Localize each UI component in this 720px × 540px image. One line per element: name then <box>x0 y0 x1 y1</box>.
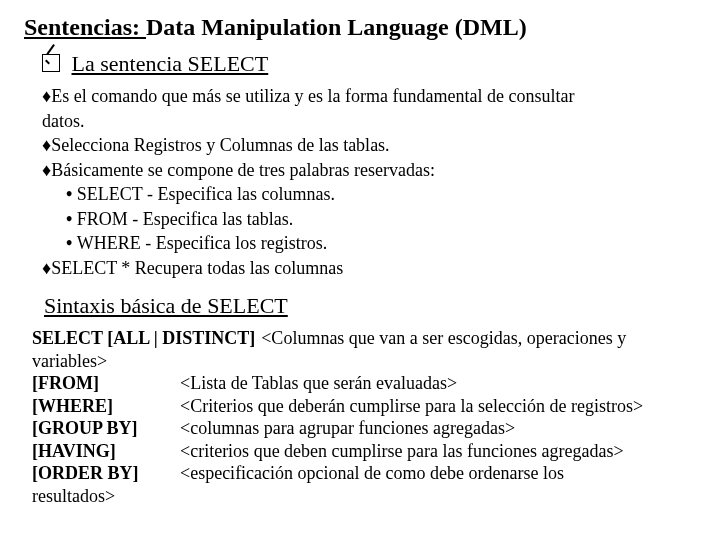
subheading-select: La sentencia SELECT <box>42 51 696 77</box>
checkbox-icon <box>42 54 60 72</box>
syntax-desc: <Columnas que van a ser escogidas, opera… <box>261 327 626 350</box>
syntax-block: SELECT [ALL | DISTINCT] <Columnas que va… <box>32 327 696 507</box>
syntax-line: SELECT [ALL | DISTINCT] <Columnas que va… <box>32 327 696 350</box>
sub-list-item: SELECT - Especifica las columnas. <box>66 183 696 206</box>
syntax-desc: <especificación opcional de como debe or… <box>180 462 564 485</box>
syntax-line: [ORDER BY] <especificación opcional de c… <box>32 462 696 485</box>
title-underlined: Sentencias: <box>24 14 146 40</box>
syntax-keyword: [FROM] <box>32 372 180 395</box>
syntax-line: [GROUP BY] <columnas para agrupar funcio… <box>32 417 696 440</box>
syntax-desc: <criterios que deben cumplirse para las … <box>180 440 624 463</box>
syntax-desc: <Lista de Tablas que serán evaluadas> <box>180 372 457 395</box>
syntax-desc: <Criterios que deberán cumplirse para la… <box>180 395 643 418</box>
syntax-line-cont: resultados> <box>32 485 696 508</box>
list-item: SELECT * Recupera todas las columnas <box>42 257 696 280</box>
syntax-line: [FROM] <Lista de Tablas que serán evalua… <box>32 372 696 395</box>
title-rest: Data Manipulation Language (DML) <box>146 14 527 40</box>
sub-list-item: FROM - Especifica las tablas. <box>66 208 696 231</box>
syntax-keyword: [GROUP BY] <box>32 417 180 440</box>
syntax-desc: <columnas para agrupar funciones agregad… <box>180 417 515 440</box>
syntax-line: [HAVING] <criterios que deben cumplirse … <box>32 440 696 463</box>
page-title: Sentencias: Data Manipulation Language (… <box>24 14 696 41</box>
syntax-keyword: [ORDER BY] <box>32 462 180 485</box>
list-item-cont: datos. <box>42 110 696 133</box>
list-item: Selecciona Registros y Columnas de las t… <box>42 134 696 157</box>
section-heading-syntax: Sintaxis básica de SELECT <box>44 293 696 319</box>
syntax-keyword: [HAVING] <box>32 440 180 463</box>
syntax-line-cont: variables> <box>32 350 696 373</box>
syntax-keyword: [WHERE] <box>32 395 180 418</box>
bullet-list: Es el comando que más se utiliza y es la… <box>42 85 696 279</box>
syntax-keyword: SELECT [ALL | DISTINCT] <box>32 327 255 350</box>
list-item: Básicamente se compone de tres palabras … <box>42 159 696 182</box>
subheading-text: La sentencia SELECT <box>72 51 269 76</box>
syntax-line: [WHERE] <Criterios que deberán cumplirse… <box>32 395 696 418</box>
sub-list-item: WHERE - Especifica los registros. <box>66 232 696 255</box>
list-item: Es el comando que más se utiliza y es la… <box>42 85 696 108</box>
